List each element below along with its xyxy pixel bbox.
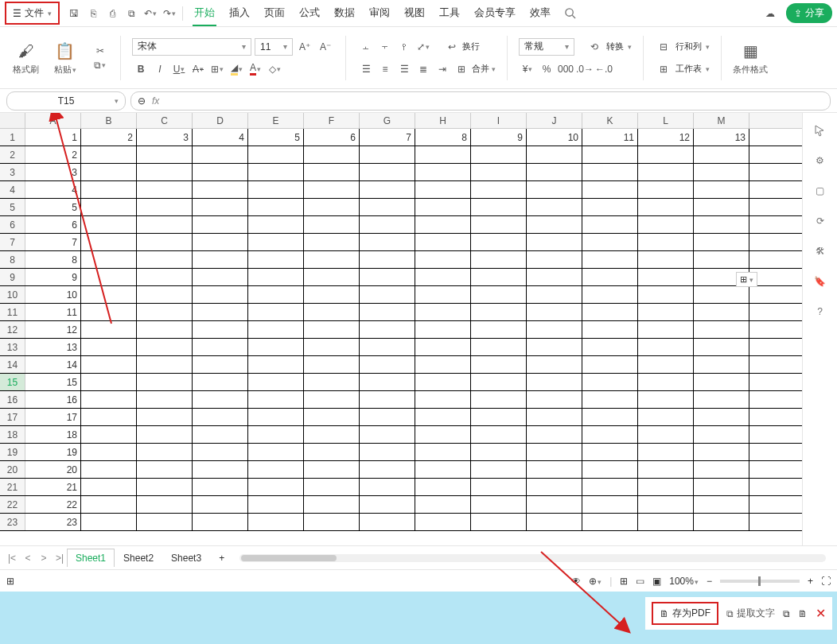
cell[interactable]: 13 xyxy=(25,339,81,355)
horizontal-scrollbar[interactable] xyxy=(239,554,826,562)
cell[interactable] xyxy=(527,409,582,425)
cell[interactable] xyxy=(81,391,137,408)
zoom-out-button[interactable]: − xyxy=(707,576,712,587)
cell[interactable] xyxy=(471,286,527,303)
cell[interactable] xyxy=(81,251,137,268)
cell[interactable] xyxy=(471,234,527,250)
cell[interactable] xyxy=(415,234,471,250)
cell[interactable] xyxy=(527,286,582,303)
cell[interactable] xyxy=(638,444,694,460)
cell[interactable] xyxy=(694,356,749,373)
cell[interactable] xyxy=(582,461,638,478)
cell[interactable] xyxy=(471,146,527,163)
tab-member[interactable]: 会员专享 xyxy=(473,1,517,26)
cell[interactable]: 11 xyxy=(582,129,638,145)
cell[interactable] xyxy=(193,234,248,250)
cell[interactable] xyxy=(137,181,193,198)
cell[interactable] xyxy=(193,514,248,530)
row-header[interactable]: 4 xyxy=(0,181,25,198)
cell[interactable] xyxy=(471,514,527,530)
tab-efficiency[interactable]: 效率 xyxy=(528,1,552,26)
cell[interactable]: 3 xyxy=(137,129,193,145)
font-size-select[interactable]: 11 xyxy=(255,38,293,56)
cell[interactable]: 11 xyxy=(25,304,81,320)
cell[interactable] xyxy=(582,444,638,460)
cell[interactable] xyxy=(582,164,638,180)
cell[interactable] xyxy=(248,269,304,285)
cell[interactable] xyxy=(81,304,137,320)
cell[interactable] xyxy=(527,339,582,355)
cell[interactable] xyxy=(638,339,694,355)
cell[interactable] xyxy=(471,251,527,268)
cell[interactable] xyxy=(415,374,471,390)
align-center-icon[interactable]: ≡ xyxy=(376,60,394,78)
cell[interactable] xyxy=(527,479,582,495)
cell[interactable] xyxy=(248,339,304,355)
cell[interactable]: 2 xyxy=(81,129,137,145)
cell[interactable] xyxy=(81,321,137,338)
cell[interactable] xyxy=(582,199,638,215)
cell[interactable] xyxy=(193,286,248,303)
cell[interactable] xyxy=(248,286,304,303)
zoom-in-button[interactable]: + xyxy=(808,576,813,587)
tab-data[interactable]: 数据 xyxy=(333,1,356,26)
clear-format-button[interactable]: ◇▾ xyxy=(266,60,283,78)
row-header[interactable]: 18 xyxy=(0,426,25,443)
cell[interactable] xyxy=(527,164,582,180)
row-header[interactable]: 11 xyxy=(0,304,25,320)
cell[interactable] xyxy=(582,496,638,513)
cell[interactable] xyxy=(471,304,527,320)
cell[interactable]: 2 xyxy=(25,146,81,163)
rowcol-icon[interactable]: ⊟ xyxy=(655,38,672,56)
cell[interactable] xyxy=(193,496,248,513)
row-header[interactable]: 14 xyxy=(0,356,25,373)
spreadsheet-grid[interactable]: ABCDEFGHIJKLM 11234567891011121322334455… xyxy=(0,113,802,545)
cell[interactable] xyxy=(304,444,360,460)
share-button[interactable]: ⇪ 分享 xyxy=(786,3,832,23)
cell[interactable]: 10 xyxy=(527,129,582,145)
justify-icon[interactable]: ≣ xyxy=(415,60,432,78)
comma-icon[interactable]: 000 xyxy=(557,60,574,78)
eye-icon[interactable]: 👁 xyxy=(571,576,581,587)
cell[interactable] xyxy=(360,286,415,303)
column-header-D[interactable]: D xyxy=(193,113,248,128)
row-header[interactable]: 6 xyxy=(0,216,25,233)
cell[interactable] xyxy=(527,514,582,530)
cell[interactable] xyxy=(304,479,360,495)
cell[interactable] xyxy=(471,391,527,408)
cell[interactable] xyxy=(471,444,527,460)
cell[interactable] xyxy=(471,321,527,338)
refresh-icon[interactable]: ⟳ xyxy=(811,211,830,231)
cell[interactable] xyxy=(137,234,193,250)
cell[interactable] xyxy=(248,251,304,268)
cell[interactable] xyxy=(137,426,193,443)
cell[interactable]: 10 xyxy=(25,286,81,303)
cell[interactable] xyxy=(193,164,248,180)
cell[interactable] xyxy=(415,496,471,513)
cell[interactable] xyxy=(527,216,582,233)
close-button[interactable]: ✕ xyxy=(816,606,826,621)
cell[interactable] xyxy=(81,216,137,233)
worksheet-icon[interactable]: ⊞ xyxy=(655,60,672,78)
merge-icon[interactable]: ⊞ xyxy=(453,60,470,78)
currency-icon[interactable]: ¥▾ xyxy=(519,60,536,78)
cell[interactable] xyxy=(360,146,415,163)
add-sheet-button[interactable]: + xyxy=(210,549,233,568)
cell[interactable] xyxy=(471,356,527,373)
copy-icon[interactable]: ⧉ xyxy=(783,608,790,619)
cell[interactable] xyxy=(193,479,248,495)
cell[interactable] xyxy=(137,496,193,513)
cell[interactable]: 16 xyxy=(25,391,81,408)
cell[interactable]: 5 xyxy=(25,199,81,215)
cell[interactable] xyxy=(638,391,694,408)
cell[interactable] xyxy=(81,356,137,373)
cell[interactable] xyxy=(137,146,193,163)
cell[interactable] xyxy=(193,199,248,215)
cell[interactable]: 15 xyxy=(25,374,81,390)
cell[interactable] xyxy=(304,269,360,285)
fill-color-button[interactable]: ◢▾ xyxy=(228,60,245,78)
cell[interactable] xyxy=(193,251,248,268)
cell[interactable] xyxy=(360,251,415,268)
cell[interactable] xyxy=(81,286,137,303)
cell[interactable] xyxy=(415,391,471,408)
